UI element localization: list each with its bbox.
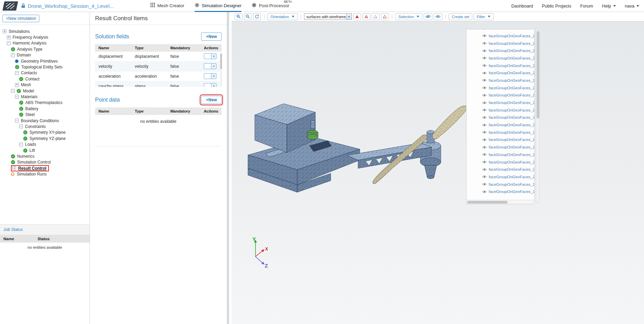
eye-icon[interactable] bbox=[482, 175, 487, 178]
tree-item-result-control[interactable]: +Result Control bbox=[0, 165, 90, 171]
face-group-label[interactable]: faceGroupOnGeoFaces_271 bbox=[489, 138, 534, 142]
expand-plus-icon[interactable]: + bbox=[12, 166, 16, 170]
eye-icon[interactable] bbox=[482, 72, 487, 75]
face-group-label[interactable]: faceGroupOnGeoFaces_250 bbox=[489, 145, 534, 149]
row-actions-dropdown[interactable]: ▾ bbox=[204, 83, 216, 87]
face-group-row[interactable]: faceGroupOnGeoFaces_272 bbox=[466, 181, 534, 188]
face-group-row[interactable]: faceGroupOnGeoFaces_242 bbox=[466, 129, 534, 136]
filter-dropdown[interactable]: Filter bbox=[474, 13, 494, 20]
3d-canvas[interactable]: Y X Z faceGroupOnGeoFaces_236faceGroupOn… bbox=[232, 22, 644, 324]
face-group-row[interactable]: faceGroupOnGeoFaces_250 bbox=[466, 143, 534, 151]
point-data-new-button[interactable]: +New bbox=[201, 96, 222, 104]
mesh-normals-button-1[interactable] bbox=[353, 13, 361, 20]
face-group-row[interactable]: faceGroupOnGeoFaces_245 bbox=[466, 84, 534, 92]
tree-item-battery[interactable]: ✓Battery bbox=[0, 106, 90, 112]
row-actions-dropdown[interactable]: ▾ bbox=[204, 63, 216, 69]
tree-item-lift[interactable]: ✓Lift bbox=[0, 147, 90, 153]
tree-item-abs-thermoplastics[interactable]: ✓ABS Thermoplastics bbox=[0, 100, 90, 106]
eye-icon[interactable] bbox=[482, 49, 487, 52]
eye-icon[interactable] bbox=[482, 160, 487, 164]
new-simulation-button[interactable]: +New simulation bbox=[2, 15, 39, 22]
face-group-label[interactable]: faceGroupOnGeoFaces_247 bbox=[489, 41, 534, 46]
tree-item-numerics[interactable]: ✓Numerics bbox=[0, 153, 90, 159]
reset-view-button[interactable] bbox=[253, 13, 261, 20]
mesh-normals-button-2[interactable] bbox=[363, 13, 370, 20]
tab-post-processor[interactable]: Post-Processor BETA bbox=[252, 0, 289, 12]
vertical-scrollbar[interactable] bbox=[536, 30, 540, 203]
face-group-label[interactable]: faceGroupOnGeoFaces_252 bbox=[489, 93, 534, 97]
tab-simulation-designer[interactable]: Simulation Designer bbox=[195, 0, 241, 12]
eye-icon[interactable] bbox=[482, 131, 487, 134]
expand-plus-icon[interactable]: + bbox=[15, 83, 19, 87]
zoom-fit-button[interactable] bbox=[244, 13, 252, 20]
collapse-minus-icon[interactable]: − bbox=[15, 71, 19, 75]
face-group-label[interactable]: faceGroupOnGeoFaces_242 bbox=[489, 130, 534, 134]
face-group-label[interactable]: faceGroupOnGeoFaces_264 bbox=[489, 64, 534, 68]
zoom-in-button[interactable] bbox=[235, 13, 242, 20]
row-actions-dropdown[interactable]: ▾ bbox=[204, 73, 216, 79]
face-group-row[interactable]: faceGroupOnGeoFaces_255 bbox=[466, 106, 534, 114]
tree-item-domain[interactable]: −Domain bbox=[0, 52, 90, 58]
drone-mesh-model[interactable] bbox=[245, 95, 471, 205]
create-set-button[interactable]: Create set bbox=[449, 13, 472, 20]
show-all-button[interactable] bbox=[434, 13, 442, 20]
face-group-label[interactable]: faceGroupOnGeoFaces_245 bbox=[489, 86, 534, 90]
eye-icon[interactable] bbox=[482, 153, 487, 156]
face-group-row[interactable]: faceGroupOnGeoFaces_239 bbox=[466, 114, 534, 121]
nav-help-menu[interactable]: Help bbox=[602, 3, 616, 9]
collapse-minus-icon[interactable]: − bbox=[19, 125, 23, 128]
eye-icon[interactable] bbox=[482, 138, 487, 141]
tree-item-boundary-conditions[interactable]: −Boundary Conditions bbox=[0, 118, 90, 124]
solution-fields-new-button[interactable]: +New bbox=[201, 33, 222, 41]
tree-item-constraints[interactable]: −Constraints bbox=[0, 124, 90, 129]
tree-item-frequency-analysis[interactable]: +Frequency Analysis bbox=[0, 34, 90, 40]
face-group-row[interactable]: faceGroupOnGeoFaces_264 bbox=[466, 62, 534, 69]
tree-item-materials[interactable]: −Materials bbox=[0, 94, 90, 100]
nav-forum[interactable]: Forum bbox=[580, 3, 593, 9]
tree-item-contact[interactable]: ✓Contact bbox=[0, 76, 90, 82]
simscale-logo[interactable] bbox=[2, 1, 18, 11]
face-group-label[interactable]: faceGroupOnGeoFaces_235 bbox=[489, 153, 534, 157]
collapse-minus-icon[interactable]: − bbox=[7, 41, 11, 45]
face-group-row[interactable]: faceGroupOnGeoFaces_263 bbox=[466, 69, 534, 77]
tree-item-symmetry-xy-plane[interactable]: ✓Symmetry XY-plane bbox=[0, 130, 90, 135]
eye-icon[interactable] bbox=[482, 108, 487, 112]
face-group-row[interactable]: faceGroupOnGeoFaces_265 bbox=[466, 77, 534, 84]
face-group-row[interactable]: faceGroupOnGeoFaces_235 bbox=[466, 151, 534, 158]
eye-icon[interactable] bbox=[482, 124, 487, 127]
selection-dropdown[interactable]: Selection bbox=[395, 13, 422, 20]
tree-item-symmetry-yz-plane[interactable]: ✓Symmetry YZ-plane bbox=[0, 135, 90, 141]
horizontal-scrollbar[interactable] bbox=[466, 200, 534, 204]
face-group-row[interactable]: faceGroupOnGeoFaces_251 bbox=[466, 158, 534, 166]
eye-icon[interactable] bbox=[482, 116, 487, 119]
eye-icon[interactable] bbox=[482, 146, 487, 149]
eye-icon[interactable] bbox=[482, 34, 487, 37]
eye-icon[interactable] bbox=[482, 168, 487, 171]
tree-item-steel[interactable]: ✓Steel bbox=[0, 112, 90, 117]
nav-public-projects[interactable]: Public Projects bbox=[542, 3, 571, 9]
tree-item-simulations[interactable]: +Simulations bbox=[0, 28, 90, 34]
face-group-label[interactable]: faceGroupOnGeoFaces_240 bbox=[489, 123, 534, 127]
mesh-normals-button-3[interactable] bbox=[372, 13, 380, 20]
face-group-label[interactable]: faceGroupOnGeoFaces_255 bbox=[489, 108, 534, 112]
tree-item-harmonic-analysis[interactable]: −Harmonic Analysis bbox=[0, 40, 90, 46]
eye-icon[interactable] bbox=[482, 101, 487, 104]
project-title-group[interactable]: Drone_Workshop_Session_4_Level... bbox=[21, 0, 114, 12]
face-group-label[interactable]: faceGroupOnGeoFaces_237 bbox=[489, 190, 534, 194]
face-group-row[interactable]: faceGroupOnGeoFaces_256 bbox=[466, 166, 534, 173]
row-actions-dropdown[interactable]: ▾ bbox=[204, 53, 216, 59]
scrollbar-thumb[interactable] bbox=[467, 201, 508, 204]
expand-plus-icon[interactable]: + bbox=[3, 29, 6, 33]
face-group-row[interactable]: faceGroupOnGeoFaces_254 bbox=[466, 47, 534, 54]
face-group-label[interactable]: faceGroupOnGeoFaces_254 bbox=[489, 49, 534, 53]
face-group-label[interactable]: faceGroupOnGeoFaces_256 bbox=[489, 167, 534, 171]
collapse-minus-icon[interactable]: − bbox=[15, 95, 19, 99]
tree-item-simulation-control[interactable]: ✓Simulation Control bbox=[0, 159, 90, 165]
tree-item-analysis-type[interactable]: ✓Analysis Type bbox=[0, 46, 90, 52]
tree-item-contacts[interactable]: −Contacts bbox=[0, 70, 90, 76]
face-group-row[interactable]: faceGroupOnGeoFaces_236 bbox=[466, 32, 534, 40]
eye-icon[interactable] bbox=[482, 42, 487, 45]
collapse-minus-icon[interactable]: − bbox=[11, 53, 15, 57]
face-group-row[interactable]: faceGroupOnGeoFaces_240 bbox=[466, 121, 534, 129]
face-group-row[interactable]: faceGroupOnGeoFaces_253 bbox=[466, 99, 534, 106]
